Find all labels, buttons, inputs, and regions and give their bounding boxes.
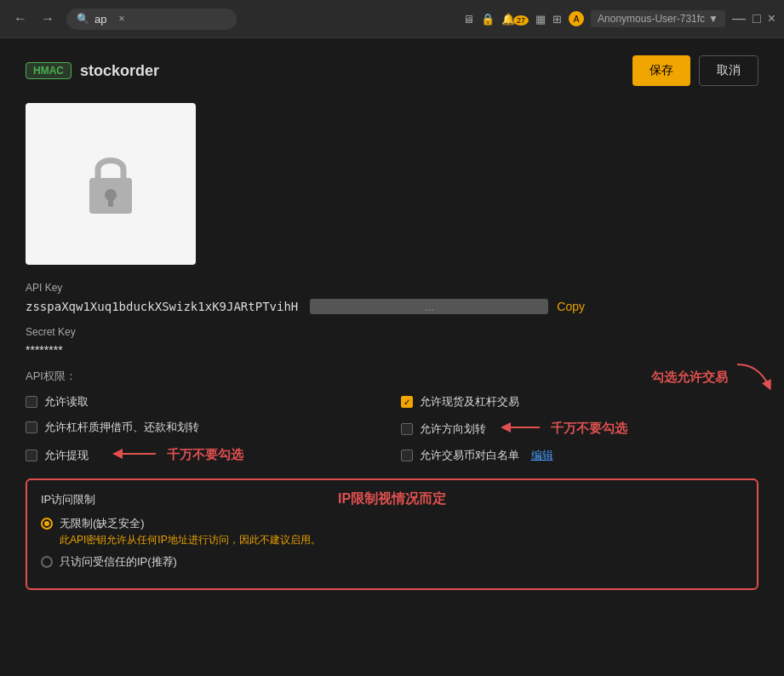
user-label[interactable]: Anonymous-User-731fc ▼ xyxy=(591,10,725,27)
ip-option-unlimited: 无限制(缺乏安全) 此API密钥允许从任何IP地址进行访问，因此不建议启用。 xyxy=(41,516,743,547)
tab-close-icon[interactable]: × xyxy=(118,13,124,25)
perm-col-right: 允许现货及杠杆交易 允许方向划转 千万不要勾选 允许交易币对白名单 编辑 xyxy=(401,394,759,465)
search-query: ap xyxy=(94,13,106,26)
lock-small-icon: 🔒 xyxy=(481,13,495,26)
api-key-label: API Key xyxy=(26,282,758,294)
minimize-button[interactable]: — xyxy=(732,11,746,26)
secret-key-label: Secret Key xyxy=(26,326,758,338)
ip-option-trusted-text: 只访问受信任的IP(推荐) xyxy=(60,554,177,570)
grid-icon: ▦ xyxy=(535,13,546,26)
page-title: stockorder xyxy=(80,62,159,80)
perm-row-read: 允许读取 xyxy=(26,394,384,410)
ip-label-unlimited: 无限制(缺乏安全) xyxy=(60,516,321,531)
permissions-label: API权限： xyxy=(26,369,758,384)
close-window-button[interactable]: × xyxy=(768,11,775,26)
permissions-section: API权限： 允许读取 允许杠杆质押借币、还款和划转 允许提现 xyxy=(26,369,758,590)
perm-row-spot: 允许现货及杠杆交易 xyxy=(401,394,759,410)
perm-checkbox-margin[interactable] xyxy=(26,421,37,433)
arrow-trade-icon xyxy=(733,360,775,394)
page-header: HMAC stockorder 保存 取消 xyxy=(26,55,758,86)
ip-sublabel-unlimited: 此API密钥允许从任何IP地址进行访问，因此不建议启用。 xyxy=(60,533,321,547)
address-bar[interactable]: 🔍 ap × xyxy=(66,9,237,30)
lock-icon xyxy=(77,146,145,222)
copy-button[interactable]: Copy xyxy=(557,300,585,313)
nav-buttons: ← → xyxy=(9,8,60,30)
perm-label-read: 允许读取 xyxy=(44,394,89,410)
svg-rect-2 xyxy=(108,198,113,207)
cancel-button[interactable]: 取消 xyxy=(699,55,758,86)
ip-option-unlimited-text: 无限制(缺乏安全) 此API密钥允许从任何IP地址进行访问，因此不建议启用。 xyxy=(60,516,321,547)
hmac-badge: HMAC xyxy=(26,62,72,79)
annotation-no-direction: 千万不要勾选 xyxy=(551,421,627,437)
perm-label-margin: 允许杠杆质押借币、还款和划转 xyxy=(44,420,199,435)
perm-checkbox-read[interactable] xyxy=(26,396,37,408)
perm-checkbox-withdraw[interactable] xyxy=(26,450,37,461)
api-key-blurred xyxy=(310,299,548,314)
maximize-button[interactable]: □ xyxy=(753,11,761,26)
chevron-down-icon: ▼ xyxy=(708,13,718,25)
ip-label-trusted: 只访问受信任的IP(推荐) xyxy=(60,554,177,570)
user-name: Anonymous-User-731fc xyxy=(598,13,705,25)
annotation-no-withdraw: 千万不要勾选 xyxy=(167,447,243,463)
perm-checkbox-spot[interactable] xyxy=(401,396,413,408)
perm-label-whitelist: 允许交易币对白名单 xyxy=(420,448,519,463)
annotation-trade-block: 勾选允许交易 xyxy=(651,360,775,394)
perm-row-margin: 允许杠杆质押借币、还款和划转 xyxy=(26,420,384,435)
perm-row-direction: 允许方向划转 千万不要勾选 xyxy=(401,420,759,438)
permissions-grid: 允许读取 允许杠杆质押借币、还款和划转 允许提现 千万不要勾选 xyxy=(26,394,758,465)
perm-label-direction: 允许方向划转 xyxy=(420,421,486,437)
ip-restriction-box: IP访问限制 IP限制视情况而定 无限制(缺乏安全) 此API密钥允许从任何IP… xyxy=(26,478,758,590)
browser-icons: 🖥 🔒 🔔 27 ▦ ⊞ A Anonymous-User-731fc ▼ — … xyxy=(463,10,775,27)
notification-count: 27 xyxy=(513,15,529,26)
perm-label-spot: 允许现货及杠杆交易 xyxy=(420,394,519,410)
api-key-value: zsspaXqw1Xuq1bduckXSwizk1xK9JARtPTvihH xyxy=(26,300,298,313)
ip-radio-trusted[interactable] xyxy=(41,556,53,568)
header-left: HMAC stockorder xyxy=(26,62,159,80)
perm-row-withdraw: 允许提现 千万不要勾选 xyxy=(26,445,384,465)
perm-checkbox-whitelist[interactable] xyxy=(401,450,413,461)
secret-key-value: ******** xyxy=(26,343,758,357)
ip-radio-unlimited[interactable] xyxy=(41,518,53,530)
save-button[interactable]: 保存 xyxy=(632,55,690,86)
user-avatar-icon: A xyxy=(569,11,584,26)
apps-icon: ⊞ xyxy=(552,13,562,26)
header-buttons: 保存 取消 xyxy=(632,55,758,86)
perm-checkbox-direction[interactable] xyxy=(401,423,413,435)
perm-row-whitelist: 允许交易币对白名单 编辑 xyxy=(401,448,759,463)
annotation-trade-text: 勾选允许交易 xyxy=(651,370,728,386)
bell-icon: 🔔 27 xyxy=(501,13,529,26)
api-key-row: zsspaXqw1Xuq1bduckXSwizk1xK9JARtPTvihH C… xyxy=(26,299,758,314)
monitor-icon: 🖥 xyxy=(463,13,474,26)
forward-button[interactable]: → xyxy=(36,8,60,30)
browser-chrome: ← → 🔍 ap × 🖥 🔒 🔔 27 ▦ ⊞ A Anonymous-User… xyxy=(0,0,784,38)
arrow-withdraw xyxy=(109,445,160,465)
perm-label-withdraw: 允许提现 xyxy=(44,448,89,463)
lock-image-box xyxy=(26,103,196,265)
back-button[interactable]: ← xyxy=(9,8,32,30)
arrow-direction-left xyxy=(501,420,544,438)
search-icon: 🔍 xyxy=(77,13,89,25)
whitelist-edit-link[interactable]: 编辑 xyxy=(531,448,553,463)
ip-center-text: IP限制视情况而定 xyxy=(338,490,446,508)
main-content: HMAC stockorder 保存 取消 API Key zsspaXqw1X… xyxy=(0,38,784,607)
perm-col-left: 允许读取 允许杠杆质押借币、还款和划转 允许提现 千万不要勾选 xyxy=(26,394,384,465)
ip-option-trusted: 只访问受信任的IP(推荐) xyxy=(41,554,743,570)
